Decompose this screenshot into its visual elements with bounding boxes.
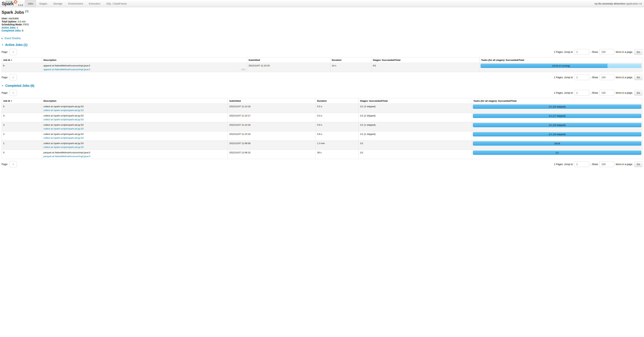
description-cell: collect at /spark-scripts/spark-ad.py:53… xyxy=(42,122,228,131)
tasks-progress-bar: 1/1 (16 skipped) xyxy=(473,123,642,127)
column-header-duration[interactable]: Duration xyxy=(316,98,358,104)
column-header-tasks-for-all-stages-succeeded-total[interactable]: Tasks (for all stages): Succeeded/Total xyxy=(480,57,642,63)
column-header-description[interactable]: Description xyxy=(42,98,228,104)
spark-logo-wordmark: APACHE Spark xyxy=(2,0,17,7)
column-header-submitted[interactable]: Submitted xyxy=(228,98,316,104)
table-row: 3collect at /spark-scripts/spark-ad.py:5… xyxy=(2,122,642,131)
duration-cell: 39 s xyxy=(316,150,358,159)
show-items-input[interactable] xyxy=(599,49,614,55)
pagination-right: 1 Pages. Jump to. Showitems in a page.Go xyxy=(554,49,642,55)
summary-label: Total Uptime: xyxy=(2,20,18,23)
page-number-input[interactable] xyxy=(10,49,17,55)
column-header-label: Description xyxy=(44,59,56,61)
page-number-input[interactable] xyxy=(10,161,17,167)
go-button[interactable]: Go xyxy=(634,74,642,80)
job-detail-link[interactable]: collect at /spark-scripts/spark-ad.py:53 xyxy=(44,127,84,130)
table-row: 0parquet at NativeMethodAccessorImpl.jav… xyxy=(2,150,642,159)
column-header-tasks-for-all-stages-succeeded-total[interactable]: Tasks (for all stages): Succeeded/Total xyxy=(472,98,642,104)
items-text: items in a page. xyxy=(616,76,633,79)
nav-tab-executors[interactable]: Executors xyxy=(86,0,104,7)
summary-label[interactable]: Active Jobs: xyxy=(2,26,17,29)
show-items-input[interactable] xyxy=(599,74,614,80)
chevron-down-icon: ▼ xyxy=(2,44,4,46)
go-button[interactable]: Go xyxy=(634,90,642,96)
kill-job-link[interactable]: (kill) xyxy=(241,68,246,71)
submitted-time: 2022/11/07 11:10:18 xyxy=(229,105,314,108)
column-header-job-id[interactable]: Job Id▼ xyxy=(2,98,42,104)
job-detail-link[interactable]: parquet at NativeMethodAccessorImpl.java… xyxy=(44,155,90,158)
go-button[interactable]: Go xyxy=(634,161,642,167)
submitted-time: 2022/11/07 11:10:17 xyxy=(229,114,314,117)
nav-tab-storage[interactable]: Storage xyxy=(50,0,66,7)
job-description-link-row: collect at /spark-scripts/spark-ad.py:53 xyxy=(44,146,226,149)
submitted-cell: 2022/11/07 11:10:20 xyxy=(247,63,330,72)
job-id-cell: 0 xyxy=(2,150,42,159)
page-number-input[interactable] xyxy=(10,74,17,80)
job-detail-link[interactable]: collect at /spark-scripts/spark-ad.py:53 xyxy=(44,118,84,121)
page-number-input[interactable] xyxy=(10,90,17,96)
submitted-cell: 2022/11/07 11:10:16 xyxy=(228,131,316,140)
job-id: 4 xyxy=(3,114,40,117)
job-detail-link[interactable]: collect at /spark-scripts/spark-ad.py:53 xyxy=(44,109,84,112)
stages-cell: 1/1 (3 skipped) xyxy=(358,104,472,113)
duration-cell: 14 s xyxy=(330,63,371,72)
nav-tab-stages[interactable]: Stages xyxy=(36,0,50,7)
tasks-progress-cell: 1/1 (17 skipped) xyxy=(472,113,642,122)
job-summary-list: User: stackableTotal Uptime: 3.0 minSche… xyxy=(2,17,642,32)
jump-to-input[interactable] xyxy=(574,90,589,96)
completed-jobs-heading[interactable]: ▼ Completed Jobs (6) xyxy=(2,84,642,88)
pagination-row-active-top: Page:1 Pages. Jump to. Showitems in a pa… xyxy=(2,49,642,55)
column-header-description[interactable]: Description xyxy=(42,57,247,63)
active-jobs-table: Job Id▼DescriptionSubmittedDurationStage… xyxy=(2,57,642,72)
nav-tab-sql-dataframe[interactable]: SQL / DataFrame xyxy=(103,0,130,7)
summary-label[interactable]: Completed Jobs: xyxy=(2,29,22,32)
event-timeline-toggle[interactable]: ▶ Event Timeline xyxy=(2,37,642,40)
submitted-cell: 2022/11/07 11:10:16 xyxy=(228,122,316,131)
submitted-time: 2022/11/07 11:10:16 xyxy=(229,123,314,126)
jump-to-input[interactable] xyxy=(574,49,589,55)
column-header-job-id[interactable]: Job Id▼ xyxy=(2,57,42,63)
column-header-duration[interactable]: Duration xyxy=(330,57,371,63)
go-button[interactable]: Go xyxy=(634,49,642,55)
submitted-cell: 2022/11/07 11:10:18 xyxy=(228,104,316,113)
job-id-cell: 4 xyxy=(2,113,42,122)
help-link[interactable]: (?) xyxy=(25,10,28,13)
job-id-cell: 3 xyxy=(2,122,42,131)
show-items-input[interactable] xyxy=(599,90,614,96)
spark-version: 3.3.0 xyxy=(18,4,25,7)
pages-count-text: 1 Pages. Jump to xyxy=(554,50,573,53)
nav-tab-environment[interactable]: Environment xyxy=(65,0,86,7)
page-title: Spark Jobs (?) xyxy=(2,10,642,15)
column-header-submitted[interactable]: Submitted xyxy=(247,57,330,63)
description-cell: parquet at NativeMethodAccessorImpl.java… xyxy=(42,150,228,159)
pagination-right: 1 Pages. Jump to. Showitems in a page.Go xyxy=(554,74,642,80)
summary-value: 6 xyxy=(22,29,23,32)
job-id-cell: 2 xyxy=(2,131,42,140)
column-header-stages-succeeded-total[interactable]: Stages: Succeeded/Total xyxy=(371,57,480,63)
job-detail-link[interactable]: append at NativeMethodAccessorImpl.java:… xyxy=(44,68,90,71)
items-text: items in a page. xyxy=(616,163,633,166)
pagination-right: 1 Pages. Jump to. Showitems in a page.Go xyxy=(554,90,642,96)
column-header-stages-succeeded-total[interactable]: Stages: Succeeded/Total xyxy=(358,98,472,104)
stages-value: 1/1 (1 skipped) xyxy=(360,132,470,136)
job-description-text: collect at /spark-scripts/spark-ad.py:53 xyxy=(44,132,226,136)
spark-logo[interactable]: APACHE Spark xyxy=(0,0,18,7)
active-jobs-heading[interactable]: ▼ Active Jobs (1) xyxy=(2,43,642,47)
column-header-label: Stages: Succeeded/Total xyxy=(373,59,400,61)
duration-value: 14 s xyxy=(332,64,370,67)
nav-tab-jobs[interactable]: Jobs xyxy=(25,0,36,7)
column-header-label: Submitted xyxy=(248,59,260,61)
job-detail-link[interactable]: collect at /spark-scripts/spark-ad.py:53 xyxy=(44,136,84,139)
duration-cell: 0.8 s xyxy=(316,131,358,140)
jump-to-input[interactable] xyxy=(574,74,589,80)
page-label: Page: xyxy=(2,91,8,94)
pagination-row-completed-bottom: Page:1 Pages. Jump to. Showitems in a pa… xyxy=(2,161,642,167)
show-items-input[interactable] xyxy=(599,161,614,167)
jump-to-input[interactable] xyxy=(574,161,589,167)
progress-label: 1/1 (16 skipped) xyxy=(473,123,642,127)
column-header-label: Description xyxy=(44,100,56,102)
submitted-cell: 2022/11/07 11:08:15 xyxy=(228,150,316,159)
duration-value: 39 s xyxy=(317,151,357,154)
job-detail-link[interactable]: collect at /spark-scripts/spark-ad.py:53 xyxy=(44,146,84,149)
job-id: 5 xyxy=(3,105,40,108)
